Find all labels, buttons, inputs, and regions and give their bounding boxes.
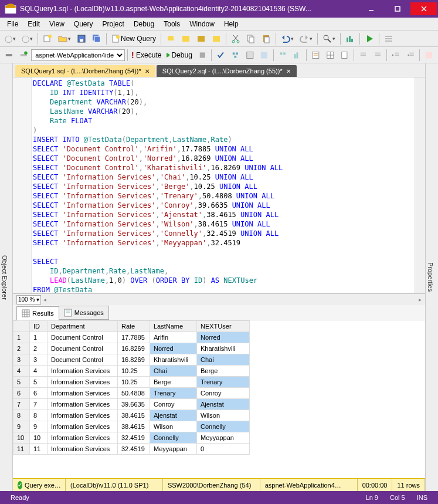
- row-number[interactable]: 6: [13, 388, 30, 399]
- cell[interactable]: 39.6635: [118, 399, 150, 410]
- cell[interactable]: 10: [30, 432, 47, 444]
- close-tab-icon[interactable]: ✕: [286, 68, 291, 75]
- undo-button[interactable]: ▾: [279, 32, 296, 45]
- cell[interactable]: 16.8269: [118, 343, 150, 354]
- cell[interactable]: 8: [30, 410, 47, 421]
- copy-button[interactable]: [244, 32, 258, 45]
- table-row[interactable]: 33Document Control16.8269KharatishviliCh…: [13, 354, 250, 366]
- cell[interactable]: 16.8269: [118, 354, 150, 366]
- uncomment-button[interactable]: [371, 49, 385, 62]
- results-grid[interactable]: IDDepartmentRateLastNameNEXTUser11Docume…: [13, 320, 425, 478]
- cell[interactable]: 10.25: [118, 366, 150, 377]
- query-options-button[interactable]: [243, 49, 257, 62]
- cell[interactable]: 11: [30, 444, 47, 455]
- database-combo[interactable]: aspnet-WebApplication4ide: [31, 49, 125, 61]
- cell[interactable]: Information Services: [47, 399, 118, 410]
- cell[interactable]: Meyyappan: [150, 444, 197, 455]
- cell[interactable]: 17.7885: [118, 332, 150, 343]
- cell[interactable]: Information Services: [47, 432, 118, 444]
- table-row[interactable]: 1111Information Services32.4519Meyyappan…: [13, 444, 250, 455]
- cell[interactable]: Ajenstat: [150, 410, 197, 421]
- cell[interactable]: 4: [30, 366, 47, 377]
- results-tab[interactable]: Results: [16, 306, 59, 320]
- cell[interactable]: Document Control: [47, 343, 118, 354]
- properties-tab[interactable]: Properties: [425, 63, 438, 491]
- col-header[interactable]: LastName: [150, 321, 197, 332]
- row-number[interactable]: 8: [13, 410, 30, 421]
- paste-button[interactable]: [259, 32, 273, 45]
- start-button[interactable]: [362, 32, 376, 45]
- cell[interactable]: Connelly: [197, 421, 250, 432]
- cut-button[interactable]: [229, 32, 243, 45]
- minimize-button[interactable]: [358, 2, 384, 15]
- activity-button[interactable]: [343, 32, 357, 45]
- engine-query-button[interactable]: [164, 32, 178, 45]
- cell[interactable]: 32.4519: [118, 432, 150, 444]
- menu-query[interactable]: Query: [69, 19, 98, 29]
- row-number[interactable]: 11: [13, 444, 30, 455]
- vscrollbar[interactable]: [415, 77, 425, 293]
- save-all-button[interactable]: [90, 32, 104, 45]
- cell[interactable]: Wilson: [197, 410, 250, 421]
- cell[interactable]: Information Services: [47, 366, 118, 377]
- menu-project[interactable]: Project: [98, 19, 129, 29]
- results-file-button[interactable]: [338, 49, 351, 62]
- cell[interactable]: 2: [30, 343, 47, 354]
- menu-file[interactable]: File: [2, 19, 23, 29]
- table-row[interactable]: 11Document Control17.7885ArifinNorred: [13, 332, 250, 343]
- row-number[interactable]: 4: [13, 366, 30, 377]
- code-editor[interactable]: DECLARE @TestData TABLE( ID INT IDENTITY…: [32, 77, 415, 293]
- menu-edit[interactable]: Edit: [23, 19, 45, 29]
- comment-button[interactable]: [356, 49, 370, 62]
- connection-button[interactable]: [2, 49, 16, 62]
- nav-fwd-button[interactable]: ◯▾: [19, 32, 35, 45]
- cell[interactable]: Information Services: [47, 444, 118, 455]
- new-project-button[interactable]: [40, 32, 55, 45]
- row-number[interactable]: 7: [13, 399, 30, 410]
- redo-button[interactable]: ▾: [297, 32, 315, 45]
- cell[interactable]: 0: [197, 444, 250, 455]
- cell[interactable]: 50.4808: [118, 388, 150, 399]
- close-tab-icon[interactable]: ✕: [145, 68, 150, 75]
- cell[interactable]: Berge: [197, 366, 250, 377]
- editor-tab-1[interactable]: SQLQuery2.sql - (L...\DorbenZhang (55))*…: [157, 65, 297, 77]
- cell[interactable]: Connelly: [150, 432, 197, 444]
- debug-button[interactable]: Debug: [164, 49, 195, 62]
- actual-plan-button[interactable]: [276, 49, 290, 62]
- open-button[interactable]: ▾: [56, 32, 73, 45]
- close-button[interactable]: [410, 2, 437, 15]
- cell[interactable]: Trenary: [197, 377, 250, 388]
- results-text-button[interactable]: [309, 49, 322, 62]
- cell[interactable]: 1: [30, 332, 47, 343]
- cell[interactable]: Arifin: [150, 332, 197, 343]
- row-number[interactable]: 10: [13, 432, 30, 444]
- cell[interactable]: 32.4519: [118, 444, 150, 455]
- table-row[interactable]: 1010Information Services32.4519ConnellyM…: [13, 432, 250, 444]
- cell[interactable]: Chai: [150, 366, 197, 377]
- zoom-combo[interactable]: 100 % ▾: [16, 295, 41, 305]
- estimated-plan-button[interactable]: [229, 49, 242, 62]
- nav-back-button[interactable]: ◯▾: [2, 32, 18, 45]
- cell[interactable]: 9: [30, 421, 47, 432]
- col-header[interactable]: Rate: [118, 321, 150, 332]
- cell[interactable]: 38.4615: [118, 410, 150, 421]
- cancel-query-button[interactable]: [196, 49, 209, 62]
- cell[interactable]: Norred: [197, 332, 250, 343]
- cell[interactable]: Wilson: [150, 421, 197, 432]
- col-header[interactable]: Department: [47, 321, 118, 332]
- row-number[interactable]: 9: [13, 421, 30, 432]
- table-row[interactable]: 66Information Services50.4808TrenaryConr…: [13, 388, 250, 399]
- col-header[interactable]: ID: [30, 321, 47, 332]
- specify-values-button[interactable]: [422, 49, 436, 62]
- cell[interactable]: Conroy: [150, 399, 197, 410]
- row-number[interactable]: 2: [13, 343, 30, 354]
- outdent-button[interactable]: [404, 49, 417, 62]
- intellisense-button[interactable]: [257, 49, 271, 62]
- execute-button[interactable]: ! Execute: [130, 49, 162, 62]
- cell[interactable]: Document Control: [47, 354, 118, 366]
- cell[interactable]: Chai: [197, 354, 250, 366]
- editor-tab-0[interactable]: SQLQuery1.sql - (L...\DorbenZhang (54))*…: [15, 65, 155, 77]
- cell[interactable]: Meyyappan: [197, 432, 250, 444]
- col-header[interactable]: NEXTUser: [197, 321, 250, 332]
- cell[interactable]: Information Services: [47, 421, 118, 432]
